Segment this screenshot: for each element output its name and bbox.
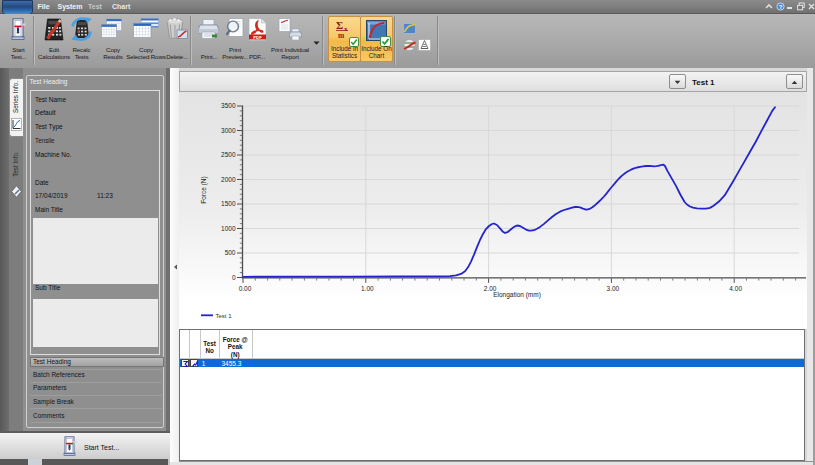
svg-text:m: m: [338, 31, 345, 40]
svg-text:3500: 3500: [221, 102, 236, 109]
svg-text:?: ?: [779, 4, 783, 10]
svg-text:3.00: 3.00: [607, 285, 620, 292]
svg-text:Force (N): Force (N): [200, 176, 208, 203]
svg-text:4.00: 4.00: [729, 285, 742, 292]
svg-text:2500: 2500: [221, 151, 236, 158]
svg-text:1000: 1000: [221, 225, 236, 232]
svg-text:1500: 1500: [221, 200, 236, 207]
svg-text:1.00: 1.00: [361, 285, 374, 292]
svg-text:0: 0: [232, 274, 236, 281]
svg-text:Σ: Σ: [336, 19, 343, 31]
svg-text:0.00: 0.00: [239, 285, 252, 292]
svg-text:3000: 3000: [221, 127, 236, 134]
svg-text:Test 1: Test 1: [216, 313, 233, 319]
svg-text:Elongation (mm): Elongation (mm): [493, 291, 541, 299]
svg-text:2000: 2000: [221, 176, 236, 183]
svg-text:500: 500: [225, 249, 236, 256]
svg-text:x: x: [344, 25, 348, 33]
svg-text:PDF: PDF: [253, 35, 262, 40]
